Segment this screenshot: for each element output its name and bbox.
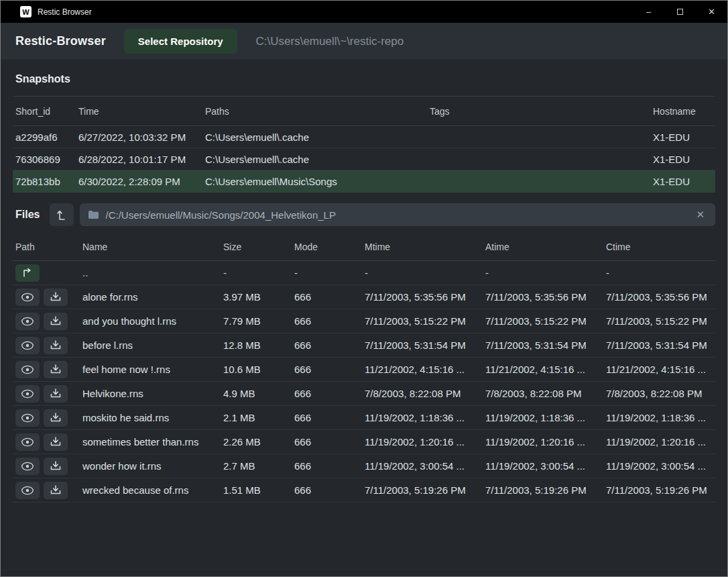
download-file-button[interactable]	[44, 409, 68, 427]
file-name[interactable]: before l.rns	[80, 339, 221, 351]
select-repository-button[interactable]: Select Repository	[124, 29, 237, 54]
close-button[interactable]: ✕	[696, 1, 727, 23]
eye-icon	[21, 365, 34, 374]
file-name[interactable]: Helvikone.rns	[80, 388, 221, 399]
file-mtime: 11/21/2002, 4:15:16 ...	[362, 364, 483, 375]
view-file-button[interactable]	[15, 433, 40, 451]
minimize-icon: –	[646, 7, 651, 17]
minimize-button[interactable]: –	[633, 1, 664, 23]
file-row: sometimes better than.rns 2.26 MB 666 11…	[13, 430, 715, 454]
file-name[interactable]: and you thought l.rns	[80, 315, 221, 327]
file-size: 2.7 MB	[221, 460, 292, 472]
view-file-button[interactable]	[15, 288, 40, 306]
app-name: Restic-Browser	[15, 34, 106, 48]
file-name[interactable]: wonder how it.rns	[80, 460, 221, 472]
maximize-button[interactable]	[664, 1, 696, 23]
file-row: before l.rns 12.8 MB 666 7/11/2003, 5:31…	[13, 333, 715, 358]
file-mode: -	[292, 267, 362, 278]
download-icon	[50, 413, 61, 423]
download-file-button[interactable]	[44, 313, 68, 330]
file-mtime: -	[362, 267, 483, 278]
eye-icon	[21, 413, 34, 423]
file-name[interactable]: alone for.rns	[80, 291, 221, 303]
view-file-button[interactable]	[15, 482, 40, 499]
snapshots-heading: Snapshots	[1, 60, 727, 96]
file-name[interactable]: moskito he said.rns	[80, 412, 221, 423]
snapshot-row-selected[interactable]: 72b813bb 6/30/2022, 2:28:09 PM C:\Users\…	[13, 170, 715, 193]
file-size: -	[221, 267, 292, 278]
file-atime: 11/19/2002, 1:18:36 ...	[483, 412, 603, 423]
eye-icon	[21, 293, 34, 302]
snapshot-hostname: X1-EDU	[650, 132, 715, 143]
snapshot-short-id: 76306869	[13, 154, 76, 165]
level-up-button[interactable]	[50, 203, 74, 226]
file-mtime: 11/19/2002, 1:20:16 ...	[362, 436, 483, 448]
snapshot-time: 6/28/2022, 10:01:17 PM	[76, 154, 202, 165]
column-paths: Paths	[202, 106, 427, 117]
file-row: wrecked because of.rns 1.51 MB 666 7/11/…	[13, 478, 715, 503]
download-icon	[50, 388, 61, 399]
file-mode: 666	[292, 460, 362, 472]
view-file-button[interactable]	[15, 313, 40, 330]
snapshot-short-id: a2299af6	[13, 132, 76, 143]
download-file-button[interactable]	[44, 482, 68, 499]
file-atime: 7/11/2003, 5:15:22 PM	[483, 315, 603, 327]
download-file-button[interactable]	[44, 288, 68, 306]
file-name[interactable]: wrecked because of.rns	[80, 484, 221, 496]
view-file-button[interactable]	[15, 458, 40, 475]
snapshot-row[interactable]: 76306869 6/28/2022, 10:01:17 PM C:\Users…	[13, 148, 715, 170]
file-atime: 7/11/2003, 5:35:56 PM	[483, 291, 603, 303]
file-name[interactable]: ..	[80, 267, 221, 278]
snapshot-hostname: X1-EDU	[650, 176, 715, 187]
restic-browser-window: W Restic Browser – ✕ Restic-Browser Sele…	[0, 0, 728, 577]
close-icon: ✕	[708, 7, 715, 17]
header-bar: Restic-Browser Select Repository C:\User…	[1, 23, 727, 60]
file-mtime: 7/11/2003, 5:35:56 PM	[362, 291, 483, 303]
download-icon	[50, 316, 61, 326]
file-row: wonder how it.rns 2.7 MB 666 11/19/2002,…	[13, 454, 715, 478]
eye-icon	[21, 486, 34, 495]
app-icon: W	[20, 6, 32, 17]
file-mode: 666	[292, 388, 362, 399]
repository-path: C:\Users\emuell\~\restic-repo	[256, 35, 404, 48]
go-parent-button[interactable]	[15, 264, 40, 282]
current-path-field[interactable]: /C:/Users/emuell/Music/Songs/2004_Helvet…	[80, 203, 715, 226]
clear-path-button[interactable]: ✕	[693, 207, 707, 222]
download-file-button[interactable]	[44, 385, 68, 403]
download-file-button[interactable]	[44, 337, 68, 354]
download-file-button[interactable]	[44, 458, 68, 475]
view-file-button[interactable]	[15, 385, 40, 403]
file-size: 10.6 MB	[221, 364, 292, 375]
download-icon	[50, 485, 61, 495]
column-tags: Tags	[427, 106, 650, 117]
file-mode: 666	[292, 339, 362, 351]
view-file-button[interactable]	[15, 361, 40, 378]
eye-icon	[21, 317, 34, 326]
file-ctime: -	[603, 267, 715, 278]
return-up-icon	[21, 268, 34, 278]
file-atime: 7/8/2003, 8:22:08 PM	[483, 388, 603, 399]
file-name[interactable]: sometimes better than.rns	[80, 436, 221, 448]
download-icon	[50, 364, 61, 374]
download-file-button[interactable]	[44, 433, 68, 451]
file-row: feel home now !.rns 10.6 MB 666 11/21/20…	[13, 358, 715, 382]
file-mtime: 7/8/2003, 8:22:08 PM	[362, 388, 483, 399]
file-ctime: 11/19/2002, 1:18:36 ...	[603, 412, 715, 423]
file-mode: 666	[292, 364, 362, 375]
file-mtime: 7/11/2003, 5:31:54 PM	[362, 339, 483, 351]
file-mtime: 11/19/2002, 3:00:54 ...	[362, 460, 483, 472]
snapshot-paths: C:\Users\emuell\.cache	[202, 132, 427, 143]
download-file-button[interactable]	[44, 361, 68, 378]
eye-icon	[21, 462, 34, 471]
view-file-button[interactable]	[15, 337, 40, 354]
column-mode: Mode	[292, 242, 362, 252]
file-ctime: 7/11/2003, 5:15:22 PM	[603, 315, 715, 327]
column-path: Path	[13, 242, 80, 252]
snapshots-table: Short_id Time Paths Tags Hostname a2299a…	[13, 96, 715, 193]
files-table: Path Name Size Mode Mtime Atime Ctime ..…	[13, 233, 715, 503]
file-mode: 666	[292, 412, 362, 423]
snapshot-row[interactable]: a2299af6 6/27/2022, 10:03:32 PM C:\Users…	[13, 126, 715, 148]
file-name[interactable]: feel home now !.rns	[80, 364, 221, 375]
file-atime: 11/21/2002, 4:15:16 ...	[483, 364, 603, 375]
view-file-button[interactable]	[15, 409, 40, 427]
